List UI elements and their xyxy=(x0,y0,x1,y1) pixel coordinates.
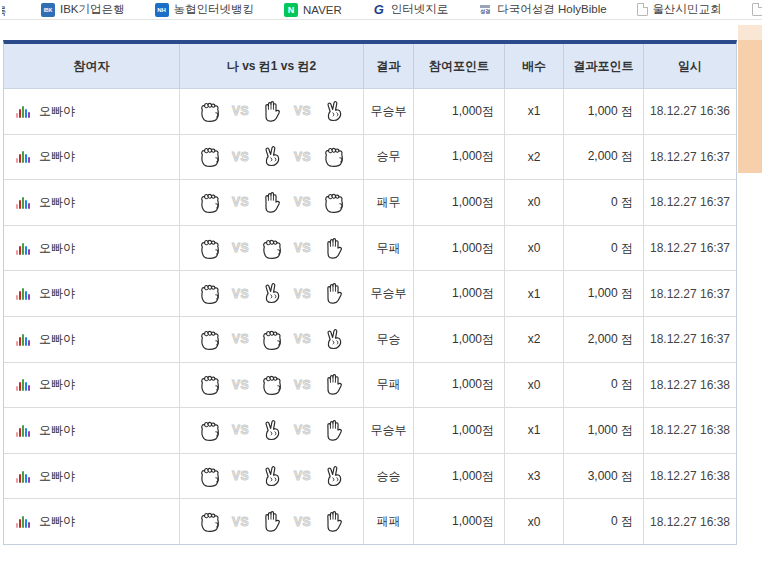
table-row: 오빠야 VSVS 무승부 1,000점 x1 1,000 점 18.12.27 … xyxy=(4,89,736,135)
entry-points-cell: 1,000점 xyxy=(413,271,504,316)
scissors-hand-icon xyxy=(258,279,285,308)
result-points-cell: 2,000 점 xyxy=(563,317,643,362)
participant-cell: 오빠야 xyxy=(4,89,179,134)
result-points-cell: 3,000 점 xyxy=(563,454,643,499)
header-datetime: 일시 xyxy=(643,44,736,88)
vs-label: VS xyxy=(232,469,249,483)
multiplier-cell: x0 xyxy=(504,226,563,271)
bookmark-item-giro-3[interactable]: G인터넷지로 xyxy=(372,2,449,17)
result-points-cell: 0 점 xyxy=(563,180,643,225)
bookmark-label: IBK기업은행 xyxy=(60,2,125,17)
vs-label: VS xyxy=(294,469,311,483)
participant-cell: 오빠야 xyxy=(4,363,179,408)
header-participant: 참여자 xyxy=(4,44,179,88)
bookmark-label: 다국어성경 HolyBible xyxy=(497,2,606,17)
bookmark-item-page-6[interactable]: 이롬플러 xyxy=(752,2,762,17)
user-level-icon xyxy=(16,150,32,163)
result-cell: 승무 xyxy=(363,135,413,180)
vs-label: VS xyxy=(294,241,311,255)
scissors-hand-icon xyxy=(320,97,347,126)
rock-hand-icon xyxy=(320,188,347,217)
rock-hand-icon xyxy=(196,507,223,536)
hands-cell: VSVS xyxy=(179,499,363,544)
bookmark-item-naver-2[interactable]: NNAVER xyxy=(284,3,342,17)
vs-label: VS xyxy=(232,423,249,437)
rock-hand-icon xyxy=(196,416,223,445)
hands-cell: VSVS xyxy=(179,317,363,362)
participant-name: 오빠야 xyxy=(39,468,75,485)
multiplier-cell: x2 xyxy=(504,135,563,180)
participant-name: 오빠야 xyxy=(39,240,75,257)
participant-name: 오빠야 xyxy=(39,331,75,348)
hands-cell: VSVS xyxy=(179,408,363,453)
result-cell: 무승부 xyxy=(363,271,413,316)
result-points-cell: 1,000 점 xyxy=(563,271,643,316)
datetime-cell: 18.12.27 16:37 xyxy=(643,226,736,271)
hands-cell: VSVS xyxy=(179,271,363,316)
table-row: 오빠야 VSVS 무패 1,000점 x0 0 점 18.12.27 16:37 xyxy=(4,226,736,272)
multiplier-cell: x1 xyxy=(504,271,563,316)
rock-hand-icon xyxy=(196,188,223,217)
rock-hand-icon xyxy=(196,234,223,263)
entry-points-cell: 1,000점 xyxy=(413,499,504,544)
page-favicon xyxy=(637,3,648,16)
header-result-points: 결과포인트 xyxy=(563,44,643,88)
bookmark-label: 록 xyxy=(2,4,7,19)
rock-hand-icon xyxy=(196,142,223,171)
multiplier-cell: x3 xyxy=(504,454,563,499)
user-level-icon xyxy=(16,378,32,391)
entry-points-cell: 1,000점 xyxy=(413,89,504,134)
participant-cell: 오빠야 xyxy=(4,317,179,362)
participant-cell: 오빠야 xyxy=(4,226,179,271)
bookmark-item-nh-1[interactable]: NH농협인터넷뱅킹 xyxy=(155,2,255,17)
paper-hand-icon xyxy=(320,370,347,399)
bookmark-item-page-5[interactable]: 울산시민교회 xyxy=(637,2,722,17)
vs-label: VS xyxy=(294,423,311,437)
vs-label: VS xyxy=(294,332,311,346)
game-results-table: 참여자 나 vs 컴1 vs 컴2 결과 참여포인트 배수 결과포인트 일시 오… xyxy=(3,40,737,545)
table-row: 오빠야 VSVS 승무 1,000점 x2 2,000 점 18.12.27 1… xyxy=(4,135,736,181)
nh-favicon: NH xyxy=(155,3,169,17)
result-points-cell: 0 점 xyxy=(563,363,643,408)
page-favicon xyxy=(752,3,762,16)
vs-label: VS xyxy=(294,150,311,164)
user-level-icon xyxy=(16,105,32,118)
bookmark-item-partial[interactable]: 록 xyxy=(2,1,11,19)
table-row: 오빠야 VSVS 패무 1,000점 x0 0 점 18.12.27 16:37 xyxy=(4,180,736,226)
header-me-vs-computers: 나 vs 컴1 vs 컴2 xyxy=(179,44,363,88)
vs-label: VS xyxy=(232,287,249,301)
participant-name: 오빠야 xyxy=(39,285,75,302)
scissors-hand-icon xyxy=(320,325,347,354)
multiplier-cell: x0 xyxy=(504,363,563,408)
bookmark-item-ibk-0[interactable]: IBKIBK기업은행 xyxy=(41,2,125,17)
user-level-icon xyxy=(16,333,32,346)
result-points-cell: 2,000 점 xyxy=(563,135,643,180)
multiplier-cell: x1 xyxy=(504,408,563,453)
vs-label: VS xyxy=(232,104,249,118)
entry-points-cell: 1,000점 xyxy=(413,408,504,453)
datetime-cell: 18.12.27 16:37 xyxy=(643,317,736,362)
entry-points-cell: 1,000점 xyxy=(413,180,504,225)
result-cell: 무패 xyxy=(363,363,413,408)
ibk-favicon: IBK xyxy=(41,3,55,17)
bookmark-item-bible-4[interactable]: 성경다국어성경 HolyBible xyxy=(478,2,606,17)
vs-label: VS xyxy=(232,195,249,209)
participant-cell: 오빠야 xyxy=(4,499,179,544)
vs-label: VS xyxy=(294,515,311,529)
result-points-cell: 1,000 점 xyxy=(563,89,643,134)
rock-hand-icon xyxy=(196,462,223,491)
result-points-cell: 1,000 점 xyxy=(563,408,643,453)
hands-cell: VSVS xyxy=(179,454,363,499)
scissors-hand-icon xyxy=(258,462,285,491)
participant-cell: 오빠야 xyxy=(4,135,179,180)
entry-points-cell: 1,000점 xyxy=(413,317,504,362)
rock-hand-icon xyxy=(258,325,285,354)
datetime-cell: 18.12.27 16:37 xyxy=(643,271,736,316)
rock-hand-icon xyxy=(320,142,347,171)
header-multiplier: 배수 xyxy=(504,44,563,88)
multiplier-cell: x0 xyxy=(504,499,563,544)
datetime-cell: 18.12.27 16:38 xyxy=(643,454,736,499)
table-row: 오빠야 VSVS 승승 1,000점 x3 3,000 점 18.12.27 1… xyxy=(4,454,736,500)
result-cell: 패무 xyxy=(363,180,413,225)
result-points-cell: 0 점 xyxy=(563,499,643,544)
